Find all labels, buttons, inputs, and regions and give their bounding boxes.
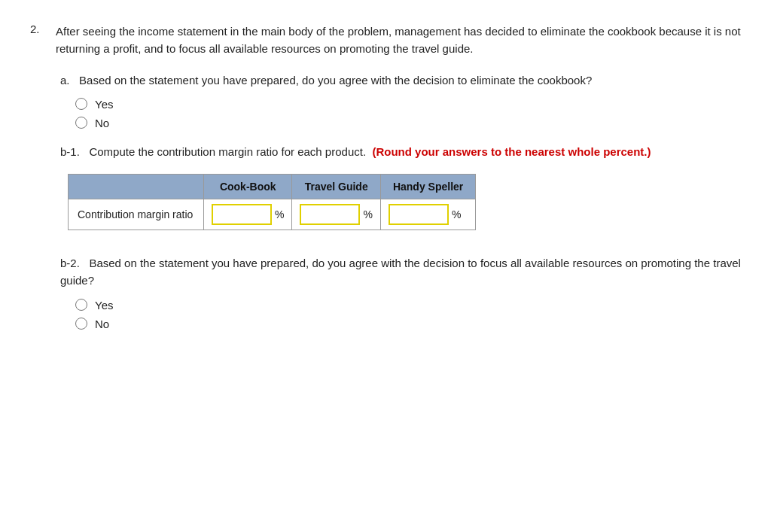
radio-group-a: Yes No	[75, 98, 741, 129]
input-cell-travelguide: %	[300, 204, 372, 225]
row-label-cm: Contribution margin ratio	[69, 199, 204, 230]
radio-option-yes-a[interactable]: Yes	[75, 98, 741, 111]
col-header-handyspeller: Handy Speller	[380, 175, 475, 199]
sub-b1-label: b-1. Compute the contribution margin rat…	[60, 143, 741, 160]
radio-option-no-a[interactable]: No	[75, 117, 741, 129]
input-cell-cookbook: %	[212, 204, 284, 225]
sub-question-a: a. Based on the statement you have prepa…	[60, 71, 741, 129]
radio-yes-b2[interactable]	[75, 299, 87, 311]
sub-b2-text: Based on the statement you have prepared…	[60, 257, 741, 287]
sub-question-b1: b-1. Compute the contribution margin rat…	[60, 143, 741, 230]
sub-a-text: Based on the statement you have prepared…	[79, 74, 592, 87]
col-header-cookbook: Cook-Book	[204, 175, 292, 199]
pct-cookbook: %	[275, 208, 284, 220]
sub-question-b2: b-2. Based on the statement you have pre…	[60, 254, 741, 330]
input-travelguide[interactable]	[300, 204, 360, 225]
input-handyspeller[interactable]	[389, 204, 449, 225]
radio-yes-a[interactable]	[75, 98, 87, 110]
contribution-margin-table: Cook-Book Travel Guide Handy Speller Con…	[68, 174, 741, 230]
radio-no-a-label: No	[95, 117, 109, 129]
col-header-travelguide: Travel Guide	[292, 175, 380, 199]
pct-handyspeller: %	[452, 208, 461, 220]
radio-yes-a-label: Yes	[95, 98, 113, 111]
table-header-row: Cook-Book Travel Guide Handy Speller	[69, 175, 476, 199]
radio-option-no-b2[interactable]: No	[75, 318, 741, 330]
input-cell-handyspeller: %	[389, 204, 468, 225]
sub-b1-letter: b-1.	[60, 145, 80, 158]
question-number: 2. After seeing the income statement in …	[30, 23, 741, 58]
radio-option-yes-b2[interactable]: Yes	[75, 299, 741, 312]
sub-a-label: a. Based on the statement you have prepa…	[60, 71, 741, 89]
table-row-cm: Contribution margin ratio % %	[69, 199, 476, 230]
sub-b2-letter: b-2.	[60, 257, 80, 269]
radio-no-a[interactable]	[75, 117, 87, 129]
radio-no-b2[interactable]	[75, 318, 87, 330]
col-header-empty	[69, 175, 204, 199]
cell-handyspeller: %	[380, 199, 475, 230]
question-2: 2. After seeing the income statement in …	[30, 23, 741, 330]
sub-a-letter: a.	[60, 74, 70, 87]
sub-b1-text: Compute the contribution margin ratio fo…	[89, 145, 366, 158]
radio-yes-b2-label: Yes	[95, 299, 113, 312]
pct-travelguide: %	[363, 208, 372, 220]
sub-b2-label: b-2. Based on the statement you have pre…	[60, 254, 741, 290]
input-cookbook[interactable]	[212, 204, 272, 225]
cell-cookbook: %	[204, 199, 292, 230]
cell-travelguide: %	[292, 199, 380, 230]
radio-no-b2-label: No	[95, 318, 109, 330]
sub-b1-highlight: (Round your answers to the nearest whole…	[372, 145, 651, 158]
radio-group-b2: Yes No	[75, 299, 741, 330]
cm-table: Cook-Book Travel Guide Handy Speller Con…	[68, 174, 476, 230]
question-text: After seeing the income statement in the…	[56, 23, 741, 58]
question-num: 2.	[30, 23, 48, 58]
